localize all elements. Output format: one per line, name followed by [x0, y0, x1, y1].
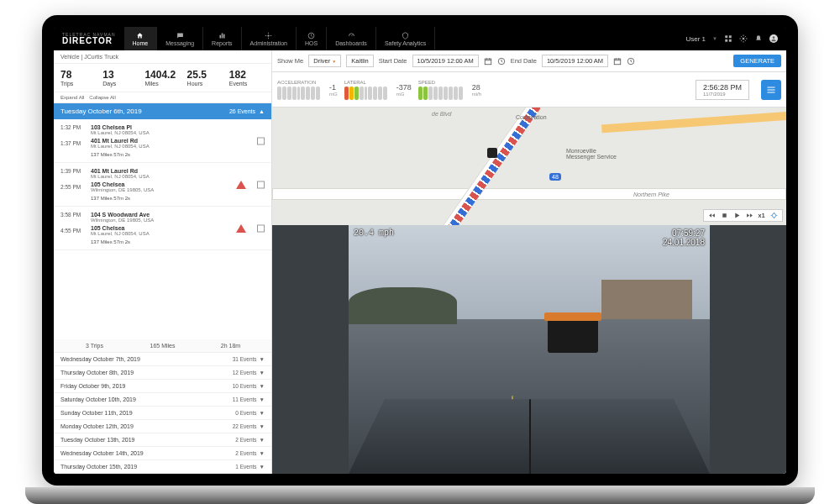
forward-icon[interactable] [746, 212, 753, 219]
expand-controls: Expand All Collapse All [54, 92, 271, 103]
gauge-lat-value: -378mG [396, 83, 412, 97]
menu-button[interactable] [761, 80, 781, 100]
clock-icon[interactable] [497, 57, 506, 66]
clock-icon[interactable] [627, 57, 635, 66]
day-row[interactable]: Wednesday October 14th, 20192 Events▼ [54, 447, 271, 460]
day-row[interactable]: Tuesday October 13th, 20192 Events▼ [54, 433, 271, 447]
gauge-title: LATERAL [344, 80, 387, 85]
day-label: Sunday October 11th, 2019 [60, 410, 133, 416]
brand-line2: DIRECTOR [62, 37, 116, 45]
day-label: Saturday October 10th, 2019 [60, 396, 136, 402]
nav-messaging[interactable]: Messaging [157, 27, 203, 50]
calendar-icon[interactable] [484, 57, 492, 66]
nav-label: Dashboards [335, 40, 367, 46]
chevron-down-icon: ▼ [260, 396, 265, 402]
nav-label: Administration [250, 40, 287, 46]
svg-rect-15 [722, 213, 727, 218]
play-icon[interactable] [733, 212, 741, 219]
gauge-bar: ACCELERATION -1mG LATERAL -378mG SPEED 2… [272, 72, 786, 108]
driver-value[interactable]: Kaitlin [346, 55, 373, 67]
nav-label: Reports [212, 40, 233, 46]
gear-icon[interactable] [739, 34, 748, 43]
trip-end-time: 1:37 PM [60, 140, 87, 146]
driver-select[interactable]: Driver ▼ [308, 55, 341, 67]
day-row[interactable]: Monday October 12th, 201922 Events▼ [54, 420, 271, 433]
laptop-base [25, 487, 815, 504]
trip-addr: 104 S Woodward Ave [91, 212, 265, 218]
playback-speed[interactable]: x1 [759, 212, 765, 219]
start-date-label: Start Date [379, 57, 407, 65]
day-events: 1 Events [235, 464, 256, 470]
map-view[interactable]: Corporation Monroeville Messenger Servic… [272, 108, 786, 225]
trip-row[interactable]: 1:32 PM1:37 PM 103 Chelsea PlMt Laurel, … [54, 119, 271, 163]
avatar-icon[interactable] [769, 34, 778, 43]
sum-miles: 165 Miles [129, 343, 197, 349]
stop-icon[interactable] [721, 212, 728, 219]
trip-checkbox[interactable] [257, 137, 265, 144]
day-row[interactable]: Thursday October 8th, 201912 Events▼ [54, 366, 271, 380]
chevron-down-icon[interactable]: ▼ [712, 36, 717, 41]
day-events: 10 Events [233, 383, 257, 389]
map-poi: Corporation [516, 114, 547, 120]
svg-rect-1 [222, 33, 223, 38]
svg-rect-6 [729, 35, 732, 38]
gauge-acceleration: ACCELERATION [277, 80, 320, 100]
bell-icon[interactable] [754, 34, 763, 43]
trip-addr: 401 Mt Laurel Rd [91, 168, 265, 174]
trip-row[interactable]: 3:58 PM4:55 PM 104 S Woodward AveWilming… [54, 207, 271, 250]
trip-end-time: 4:55 PM [60, 228, 87, 234]
gauge-speed-value: 28mi/h [472, 83, 481, 97]
stat-events: 182Events [226, 69, 268, 87]
trips-list: 1:32 PM1:37 PM 103 Chelsea PlMt Laurel, … [54, 119, 271, 339]
time-value: 2:56:28 PM [703, 83, 742, 92]
calendar-icon[interactable] [613, 57, 622, 66]
rewind-icon[interactable] [708, 212, 716, 219]
end-date-input[interactable]: 10/5/2019 12:00 AM [542, 55, 608, 67]
day-row[interactable]: Friday October 9th, 201910 Events▼ [54, 380, 271, 393]
warning-icon [236, 181, 246, 189]
chevron-down-icon: ▼ [332, 59, 336, 64]
trip-summary: 137 Miles 57m 2s [91, 239, 265, 244]
trip-city: Mt Laurel, NJ 08054, USA [91, 144, 265, 149]
trip-city: Mt Laurel, NJ 08054, USA [91, 174, 265, 179]
expand-all-link[interactable]: Expand All [60, 95, 84, 100]
days-list: Wednesday October 7th, 201931 Events▼ Th… [54, 353, 271, 474]
stat-trips: 78Trips [57, 69, 99, 87]
trip-checkbox[interactable] [257, 181, 265, 188]
active-day-label: Tuesday October 6th, 2019 [60, 108, 142, 115]
nav-reports[interactable]: Reports [203, 27, 242, 50]
user-label[interactable]: User 1 [685, 35, 706, 43]
day-row[interactable]: Saturday October 10th, 201911 Events▼ [54, 393, 271, 407]
generate-button[interactable]: GENERATE [733, 55, 781, 67]
day-row[interactable]: Wednesday October 7th, 201931 Events▼ [54, 353, 271, 366]
day-events: 31 Events [233, 356, 257, 362]
cam-timestamp-overlay: 07:59:2724.01.2018 [663, 228, 705, 247]
nav-dashboards[interactable]: Dashboards [327, 27, 376, 50]
nav-label: HOS [305, 40, 318, 46]
active-day-events: 26 Events [229, 108, 255, 114]
dashcam-frame[interactable]: 20.4 mph 07:59:2724.01.2018 [349, 225, 710, 474]
trip-addr: 401 Mt Laurel Rd [91, 138, 265, 144]
right-panel: Show Me Driver ▼ Kaitlin Start Date 10/5… [272, 50, 786, 474]
dashcam-panel: 20.4 mph 07:59:2724.01.2018 [272, 225, 786, 474]
nav-safety[interactable]: Safety Analytics [376, 27, 435, 50]
vehicle-marker-icon[interactable] [487, 148, 497, 158]
gauge-title: SPEED [418, 80, 463, 85]
active-day-bar[interactable]: Tuesday October 6th, 2019 26 Events▲ [54, 103, 271, 119]
stat-days: 13Days [99, 69, 141, 87]
nav-home[interactable]: Home [124, 27, 158, 50]
nav-administration[interactable]: Administration [242, 27, 297, 50]
day-row[interactable]: Sunday October 11th, 20190 Events▼ [54, 407, 271, 420]
nav-hos[interactable]: HOS [297, 27, 327, 50]
collapse-all-link[interactable]: Collapse All [89, 95, 115, 100]
day-row[interactable]: Thursday October 15th, 20191 Events▼ [54, 460, 271, 474]
trip-checkbox[interactable] [257, 224, 265, 232]
start-date-input[interactable]: 10/5/2019 12:00 AM [412, 55, 479, 67]
trip-row[interactable]: 1:39 PM2:55 PM 401 Mt Laurel RdMt Laurel… [54, 163, 271, 207]
stats-row: 78Trips 13Days 1404.2Miles 25.5Hours 182… [54, 64, 271, 92]
locate-icon[interactable] [770, 212, 778, 219]
gauge-lateral: LATERAL [344, 80, 387, 100]
grid-icon[interactable] [724, 34, 732, 43]
nav-label: Safety Analytics [385, 40, 426, 46]
vehicle-header[interactable]: Vehicle | JCurtis Truck [54, 50, 271, 64]
